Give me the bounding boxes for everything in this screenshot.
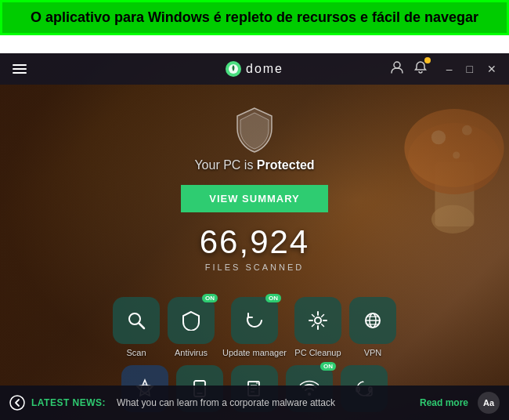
scan-label: Scan — [126, 348, 146, 357]
feature-update-manager[interactable]: ON Update manager — [222, 297, 287, 357]
maximize-button[interactable]: □ — [464, 61, 476, 77]
font-size-button[interactable]: Aa — [478, 392, 500, 414]
svg-line-19 — [312, 324, 314, 327]
app-title: dome — [246, 62, 283, 76]
features-row-1: Scan ON Antivirus ON Update manager — [0, 284, 509, 364]
vpn-icon-wrap — [349, 297, 396, 344]
files-count: 66,924 — [16, 223, 493, 261]
pc-cleanup-icon-wrap — [294, 297, 341, 344]
minimize-button[interactable]: – — [443, 61, 456, 77]
pc-cleanup-label: PC Cleanup — [294, 348, 341, 357]
svg-point-9 — [129, 313, 140, 324]
feature-pc-cleanup[interactable]: PC Cleanup — [294, 297, 341, 357]
shield-container: Your PC is Protected VIEW SUMMARY — [16, 107, 493, 212]
antivirus-icon-wrap: ON — [168, 297, 215, 344]
user-icon[interactable] — [390, 60, 404, 78]
titlebar-right: – □ ✕ — [390, 60, 500, 78]
app-window: dome – □ ✕ — [0, 53, 509, 420]
window-controls: – □ ✕ — [443, 61, 500, 77]
hero-section: Your PC is Protected VIEW SUMMARY 66,924… — [0, 85, 509, 284]
files-scanned: 66,924 FILES SCANNED — [16, 223, 493, 272]
feature-vpn[interactable]: VPN — [349, 297, 396, 357]
update-manager-icon-wrap: ON — [231, 297, 278, 344]
update-manager-badge: ON — [265, 294, 281, 302]
protection-status: Your PC is Protected — [194, 158, 314, 172]
files-label: FILES SCANNED — [16, 262, 493, 272]
svg-point-35 — [10, 396, 24, 410]
bottom-bar: LATEST NEWS: What you can learn from a c… — [0, 386, 509, 420]
feature-scan[interactable]: Scan — [113, 297, 160, 357]
notification-icon[interactable] — [413, 60, 428, 78]
read-more-link[interactable]: Read more — [420, 397, 468, 408]
view-summary-button[interactable]: VIEW SUMMARY — [181, 185, 328, 212]
latest-news-label: LATEST NEWS: — [31, 397, 106, 408]
annotation-banner: O aplicativo para Windows é repleto de r… — [0, 0, 509, 35]
titlebar-left — [9, 61, 30, 77]
svg-line-10 — [139, 324, 144, 328]
wifi-badge: ON — [320, 362, 336, 371]
svg-line-18 — [322, 315, 324, 317]
antivirus-label: Antivirus — [175, 348, 208, 357]
svg-point-15 — [315, 317, 321, 324]
news-text: What you can learn from a corporate malw… — [117, 397, 413, 408]
close-button[interactable]: ✕ — [484, 61, 500, 77]
titlebar: dome – □ ✕ — [0, 53, 509, 85]
feature-antivirus[interactable]: ON Antivirus — [168, 297, 215, 357]
titlebar-center: dome — [226, 61, 283, 77]
notification-badge — [424, 57, 431, 63]
scan-icon-wrap — [113, 297, 160, 344]
back-button[interactable] — [9, 395, 25, 411]
dome-logo-icon — [226, 61, 241, 77]
hamburger-menu[interactable] — [9, 61, 30, 77]
svg-point-8 — [394, 62, 400, 68]
antivirus-badge: ON — [202, 294, 218, 302]
shield-icon — [234, 107, 275, 154]
update-manager-label: Update manager — [222, 348, 287, 357]
vpn-label: VPN — [364, 348, 382, 357]
svg-line-17 — [322, 324, 324, 327]
svg-line-16 — [312, 315, 314, 317]
